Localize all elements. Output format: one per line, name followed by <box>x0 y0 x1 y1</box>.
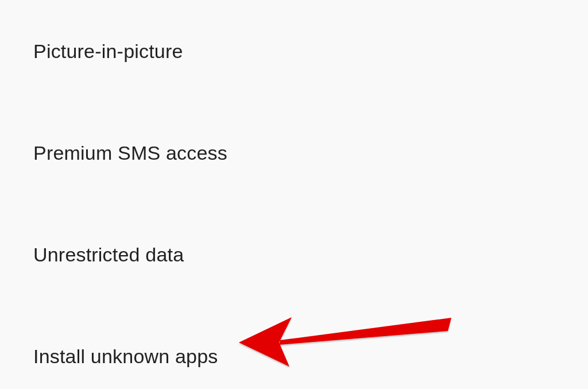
settings-list: Picture-in-picture Premium SMS access Un… <box>0 0 588 389</box>
settings-item-picture-in-picture[interactable]: Picture-in-picture <box>33 26 588 76</box>
settings-item-label: Install unknown apps <box>33 345 218 367</box>
settings-item-premium-sms-access[interactable]: Premium SMS access <box>33 128 588 178</box>
settings-item-label: Picture-in-picture <box>33 40 183 62</box>
settings-item-label: Premium SMS access <box>33 142 227 164</box>
settings-item-install-unknown-apps[interactable]: Install unknown apps <box>33 332 588 382</box>
settings-item-unrestricted-data[interactable]: Unrestricted data <box>33 230 588 280</box>
settings-item-label: Unrestricted data <box>33 244 184 265</box>
